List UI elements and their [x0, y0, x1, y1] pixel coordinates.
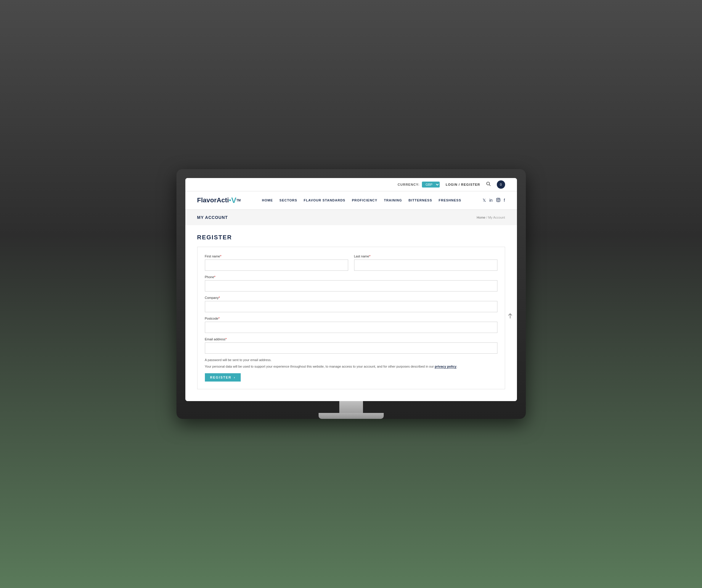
- register-button-label: REGISTER: [210, 376, 232, 379]
- breadcrumb: Home / My Account: [477, 216, 505, 219]
- register-heading: REGISTER: [197, 234, 505, 241]
- name-row: First name* Last name*: [205, 255, 497, 271]
- postcode-label: Postcode*: [205, 317, 497, 320]
- company-row: Company*: [205, 296, 497, 312]
- stand-neck: [339, 401, 363, 413]
- password-notice: A password will be sent to your email ad…: [205, 358, 497, 362]
- svg-point-3: [497, 199, 499, 201]
- search-button[interactable]: [486, 182, 491, 188]
- first-name-required: *: [220, 255, 221, 258]
- phone-label: Phone*: [205, 275, 497, 279]
- first-name-label: First name*: [205, 255, 348, 258]
- phone-input[interactable]: [205, 280, 497, 291]
- last-name-required: *: [369, 255, 370, 258]
- monitor: CURRENCY: GBP LOGIN / REGISTER 0: [177, 169, 526, 419]
- nav-bitterness[interactable]: BITTERNESS: [408, 198, 432, 202]
- last-name-input[interactable]: [354, 260, 497, 271]
- cart-icon[interactable]: 0: [497, 180, 505, 189]
- phone-group: Phone*: [205, 275, 497, 291]
- logo-v: V: [231, 196, 236, 205]
- postcode-input[interactable]: [205, 322, 497, 333]
- nav-home[interactable]: HOME: [262, 198, 273, 202]
- nav-flavour-standards[interactable]: FLAVOUR STANDARDS: [304, 198, 346, 202]
- login-register-link[interactable]: LOGIN / REGISTER: [446, 183, 480, 186]
- monitor-stand: [185, 401, 517, 419]
- privacy-policy-link[interactable]: privacy policy: [435, 365, 456, 369]
- currency-section: CURRENCY: GBP: [397, 182, 440, 188]
- header-main: FlavorActiVTM HOME SECTORS FLAVOUR STAND…: [185, 191, 517, 210]
- email-input[interactable]: [205, 342, 497, 354]
- scroll-top-icon: [508, 313, 512, 319]
- last-name-group: Last name*: [354, 255, 497, 271]
- nav-freshness[interactable]: FRESHNESS: [439, 198, 461, 202]
- privacy-text-2: .: [457, 365, 457, 368]
- scroll-top-button[interactable]: [508, 313, 512, 320]
- email-row: Email address*: [205, 337, 497, 354]
- postcode-row: Postcode*: [205, 317, 497, 333]
- svg-point-0: [486, 182, 489, 185]
- linkedin-icon[interactable]: in: [489, 198, 493, 203]
- nav-proficiency[interactable]: PROFICIENCY: [352, 198, 377, 202]
- social-icons: 𝕏 in f: [483, 198, 505, 203]
- privacy-text-1: Your personal data will be used to suppo…: [205, 365, 434, 368]
- search-icon: [486, 182, 491, 186]
- logo-tm: TM: [236, 199, 240, 202]
- logo[interactable]: FlavorActiVTM: [197, 196, 241, 205]
- company-input[interactable]: [205, 301, 497, 312]
- company-group: Company*: [205, 296, 497, 312]
- screen: CURRENCY: GBP LOGIN / REGISTER 0: [185, 178, 517, 401]
- currency-dropdown[interactable]: GBP: [422, 182, 440, 188]
- facebook-icon[interactable]: f: [504, 198, 505, 203]
- stand-base: [319, 413, 384, 419]
- header-top-bar: CURRENCY: GBP LOGIN / REGISTER 0: [185, 178, 517, 191]
- register-button-arrow: ›: [234, 376, 236, 379]
- cart-count: 0: [500, 183, 501, 186]
- logo-dot: [229, 199, 231, 201]
- postcode-required: *: [218, 317, 219, 320]
- svg-point-4: [499, 198, 499, 199]
- website: CURRENCY: GBP LOGIN / REGISTER 0: [185, 178, 517, 401]
- first-name-input[interactable]: [205, 260, 348, 271]
- logo-text-1: Flavor: [197, 196, 217, 204]
- logo-acti: Acti: [217, 196, 229, 204]
- instagram-icon[interactable]: [496, 198, 500, 203]
- main-nav: HOME SECTORS FLAVOUR STANDARDS PROFICIEN…: [262, 198, 461, 202]
- register-button[interactable]: REGISTER ›: [205, 373, 241, 382]
- company-label: Company*: [205, 296, 497, 299]
- currency-label: CURRENCY:: [397, 183, 420, 186]
- nav-training[interactable]: TRAINING: [384, 198, 402, 202]
- svg-line-1: [489, 185, 490, 186]
- last-name-label: Last name*: [354, 255, 497, 258]
- page-title-bar: MY ACCOUNT Home / My Account: [185, 210, 517, 225]
- first-name-group: First name*: [205, 255, 348, 271]
- breadcrumb-current: My Account: [488, 216, 505, 219]
- email-required: *: [225, 337, 227, 341]
- phone-row: Phone*: [205, 275, 497, 291]
- svg-rect-2: [496, 198, 500, 202]
- email-label: Email address*: [205, 337, 497, 341]
- register-form-container: First name* Last name*: [197, 247, 505, 390]
- phone-required: *: [214, 275, 215, 279]
- email-group: Email address*: [205, 337, 497, 354]
- twitter-icon[interactable]: 𝕏: [483, 198, 486, 203]
- nav-sectors[interactable]: SECTORS: [279, 198, 297, 202]
- postcode-group: Postcode*: [205, 317, 497, 333]
- main-content: REGISTER First name* Last name*: [185, 225, 517, 401]
- privacy-notice: Your personal data will be used to suppo…: [205, 364, 497, 369]
- page-title: MY ACCOUNT: [197, 215, 228, 220]
- company-required: *: [219, 296, 220, 299]
- breadcrumb-home[interactable]: Home: [477, 216, 485, 219]
